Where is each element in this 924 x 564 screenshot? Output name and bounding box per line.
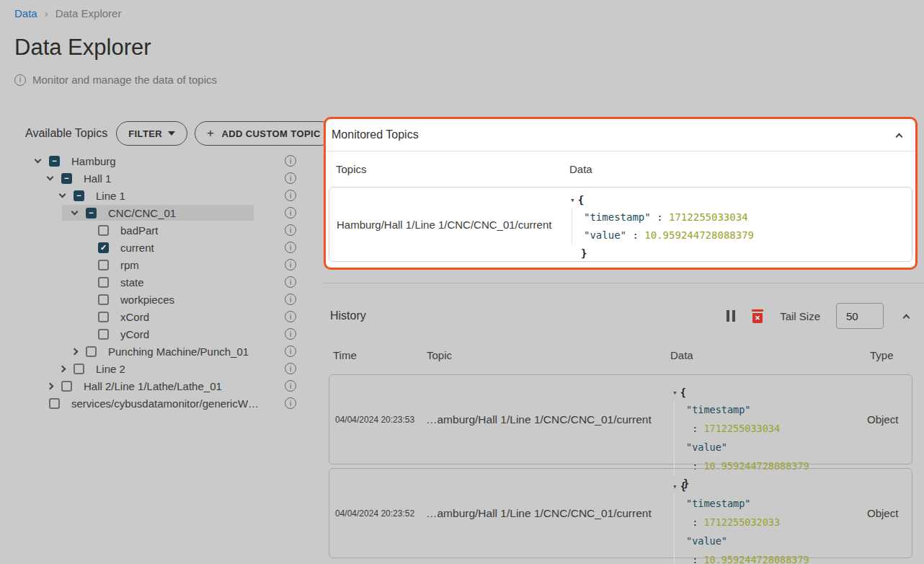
page-subtitle-text: Monitor and manage the data of topics [32,74,217,86]
topic-tree: − Hamburg i − Hall 1 i − Line 1 i − CNC/… [0,152,317,412]
json-colon: : [686,423,703,434]
history-header: History ✕ Tail Size [330,303,912,329]
json-field: "timestamp" : 1712255033034 [584,208,754,226]
json-collapse-triangle-icon[interactable]: ▾ [672,483,678,490]
info-icon[interactable]: i [285,276,296,288]
tree-row-services: services/cybusdatamonitor/genericW… i [0,395,317,412]
data-explorer-page: Data › Data Explorer Data Explorer i Mon… [0,0,924,564]
tree-label[interactable]: services/cybusdatamonitor/genericW… [71,397,259,410]
tree-label[interactable]: rpm [120,259,139,271]
info-icon[interactable]: i [285,397,296,409]
json-collapse-triangle-icon[interactable]: ▾ [570,196,575,204]
tree-label[interactable]: Line 2 [96,363,125,375]
checkbox-unchecked[interactable] [49,398,60,409]
checkbox-unchecked[interactable] [86,346,97,357]
expander-icon[interactable] [43,177,57,180]
checkbox-indeterminate[interactable]: − [86,208,97,219]
tree-label[interactable]: xCord [120,311,149,323]
info-icon[interactable]: i [285,294,296,305]
info-icon[interactable]: i [285,190,296,201]
tree-row-workpieces: workpieces i [0,291,317,308]
expander-icon[interactable] [30,159,45,162]
history-panel-divider [323,283,924,283]
clear-history-trash-icon[interactable]: ✕ [751,309,764,323]
json-colon: : [651,211,669,223]
tree-label[interactable]: Hall 1 [84,172,111,185]
json-colon: : [686,554,703,564]
tree-row-hamburg: − Hamburg i [0,152,317,169]
checkbox-unchecked[interactable] [98,329,109,340]
filter-button[interactable]: FILTER [116,121,187,146]
tree-label[interactable]: workpieces [120,294,174,306]
json-value: 1712255032033 [703,516,780,528]
checkbox-unchecked[interactable] [98,225,109,236]
history-row-type: Object [867,375,898,464]
breadcrumb-link-data[interactable]: Data [14,7,37,19]
info-icon[interactable]: i [285,172,296,184]
checkbox-unchecked[interactable] [61,381,72,392]
json-key: "timestamp" [686,498,750,509]
filter-button-label: FILTER [128,128,162,139]
page-subtitle: i Monitor and manage the data of topics [14,74,217,86]
info-icon[interactable]: i [285,380,296,392]
tree-label[interactable]: current [120,242,154,254]
collapse-chevron-up-icon[interactable] [899,309,912,322]
tree-label[interactable]: Hamburg [71,155,116,167]
tree-label[interactable]: CNC/CNC_01 [108,207,176,219]
add-custom-topic-button[interactable]: + ADD CUSTOM TOPIC [195,121,333,146]
json-key: "value" [686,535,727,547]
history-actions: ✕ Tail Size [727,303,912,329]
tail-size-input[interactable] [836,303,884,329]
pause-icon[interactable] [727,310,735,322]
json-open-brace: { [680,480,686,492]
checkbox-unchecked[interactable] [74,363,84,374]
tree-label[interactable]: Punching Machine/Punch_01 [108,345,249,358]
expander-icon[interactable] [67,349,81,354]
expander-icon[interactable] [43,384,57,389]
checkbox-unchecked[interactable] [98,312,109,322]
history-row-topic: …amburg/Hall 1/Line 1/CNC/CNC_01/current [426,375,652,464]
json-open-brace: { [578,194,584,206]
checkbox-unchecked[interactable] [98,294,109,305]
collapse-chevron-up-icon[interactable] [892,128,905,141]
history-row-time: 04/04/2024 20:23:53 [335,375,414,464]
checkbox-unchecked[interactable] [98,277,109,288]
info-icon[interactable]: i [285,207,296,219]
checkbox-indeterminate[interactable]: − [61,173,72,184]
tree-label[interactable]: yCord [120,328,149,340]
tree-label[interactable]: badPart [120,224,159,237]
available-topics-label: Available Topics [25,127,107,140]
column-header-topic: Topic [427,349,452,361]
trash-x-glyph: ✕ [752,313,763,323]
checkbox-indeterminate[interactable]: − [49,156,60,167]
info-icon: i [14,74,26,86]
info-icon[interactable]: i [285,224,296,236]
tree-row-hall2-lathe: Hall 2/Line 1/Lathe/Lathe_01 i [0,377,317,395]
info-icon[interactable]: i [285,259,296,270]
json-key: "value" [584,229,626,241]
json-collapse-triangle-icon[interactable]: ▾ [672,389,678,397]
checkbox-checked[interactable]: ✓ [98,242,109,253]
info-icon[interactable]: i [285,155,296,167]
breadcrumb-separator-icon: › [45,7,48,19]
column-header-data: Data [670,349,693,361]
history-row: 04/04/2024 20:23:53 …amburg/Hall 1/Line … [329,374,912,464]
tree-label[interactable]: state [120,276,144,288]
json-viewer: ▾ { "timestamp" : 1712255033034 "value" … [570,191,754,262]
info-icon[interactable]: i [285,345,296,357]
expander-icon[interactable] [55,194,69,197]
tree-row-ycord: yCord i [0,325,317,343]
checkbox-indeterminate[interactable]: − [74,190,84,201]
json-colon: : [686,516,703,528]
tree-label[interactable]: Hall 2/Line 1/Lathe/Lathe_01 [84,380,222,392]
column-header-time: Time [333,349,357,361]
expander-icon[interactable] [55,366,69,371]
info-icon[interactable]: i [285,311,296,322]
expander-icon[interactable] [67,211,81,214]
info-icon[interactable]: i [285,328,296,340]
info-icon[interactable]: i [285,363,296,374]
tree-label[interactable]: Line 1 [96,190,125,202]
monitored-topics-title: Monitored Topics [332,128,419,141]
info-icon[interactable]: i [285,242,296,253]
checkbox-unchecked[interactable] [98,260,109,270]
